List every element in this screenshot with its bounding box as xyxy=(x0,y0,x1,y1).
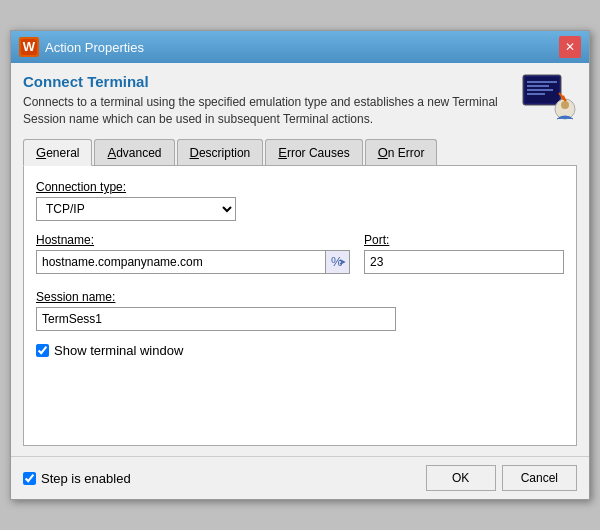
show-terminal-checkbox[interactable] xyxy=(36,344,49,357)
section-description: Connects to a terminal using the specifi… xyxy=(23,94,521,128)
header-text: Connect Terminal Connects to a terminal … xyxy=(23,73,521,128)
connection-type-group: Connection type: TCP/IP SSH Telnet Seria… xyxy=(36,180,564,221)
app-icon: W xyxy=(19,37,39,57)
footer-buttons: OK Cancel xyxy=(426,465,577,491)
spacer xyxy=(36,274,564,290)
title-bar: W Action Properties ✕ xyxy=(11,31,589,63)
hostname-label: Hostname: xyxy=(36,233,350,247)
content-area: Connect Terminal Connects to a terminal … xyxy=(11,63,589,456)
show-terminal-row: Show terminal window xyxy=(36,343,564,358)
tab-general[interactable]: General xyxy=(23,139,92,166)
cancel-button[interactable]: Cancel xyxy=(502,465,577,491)
step-enabled-group: Step is enabled xyxy=(23,471,131,486)
tab-advanced[interactable]: Advanced xyxy=(94,139,174,165)
step-enabled-label: Step is enabled xyxy=(41,471,131,486)
hostname-input-row: % xyxy=(36,250,350,274)
action-properties-window: W Action Properties ✕ Connect Terminal C… xyxy=(10,30,590,500)
svg-point-9 xyxy=(561,101,569,109)
tab-on-error[interactable]: On Error xyxy=(365,139,438,165)
port-group: Port: xyxy=(364,233,564,274)
session-name-label: Session name: xyxy=(36,290,564,304)
tab-error-causes[interactable]: Error Causes xyxy=(265,139,362,165)
tab-description[interactable]: Description xyxy=(177,139,264,165)
tab-bar: General Advanced Description Error Cause… xyxy=(23,139,577,166)
close-button[interactable]: ✕ xyxy=(559,36,581,58)
show-terminal-label: Show terminal window xyxy=(54,343,183,358)
step-enabled-checkbox[interactable] xyxy=(23,472,36,485)
port-input[interactable] xyxy=(364,250,564,274)
hostname-port-row: Hostname: % Port: xyxy=(36,233,564,274)
session-name-group: Session name: xyxy=(36,290,564,331)
connection-type-label: Connection type: xyxy=(36,180,564,194)
connection-type-select[interactable]: TCP/IP SSH Telnet Serial xyxy=(36,197,236,221)
port-label: Port: xyxy=(364,233,564,247)
window-title: Action Properties xyxy=(45,40,144,55)
terminal-icon xyxy=(521,73,577,129)
tab-content-general: Connection type: TCP/IP SSH Telnet Seria… xyxy=(23,166,577,446)
svg-text:%: % xyxy=(331,254,343,269)
footer: Step is enabled OK Cancel xyxy=(11,456,589,499)
session-name-input[interactable] xyxy=(36,307,396,331)
hostname-group: Hostname: % xyxy=(36,233,350,274)
variable-insert-button[interactable]: % xyxy=(326,250,350,274)
section-title: Connect Terminal xyxy=(23,73,521,90)
ok-button[interactable]: OK xyxy=(426,465,496,491)
svg-text:W: W xyxy=(23,39,36,54)
hostname-input[interactable] xyxy=(36,250,326,274)
title-bar-left: W Action Properties xyxy=(19,37,144,57)
header-section: Connect Terminal Connects to a terminal … xyxy=(23,73,577,129)
